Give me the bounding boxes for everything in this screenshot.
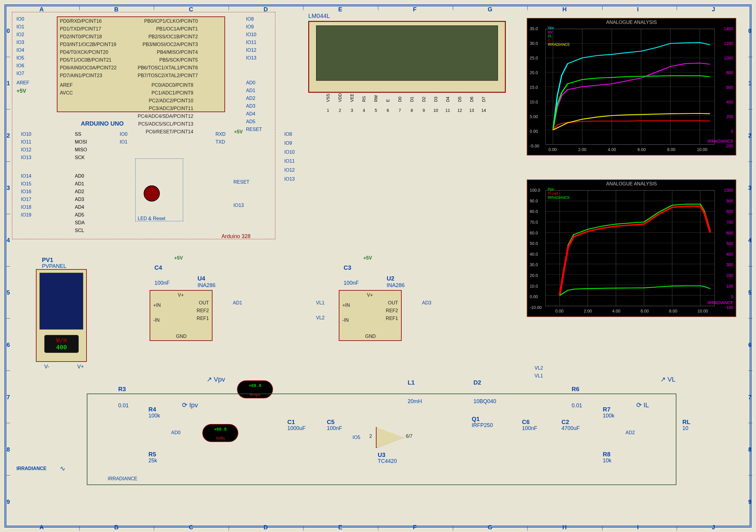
r6-name: R6	[572, 386, 580, 393]
u2-vl1: VL1	[316, 300, 324, 306]
pv-type: PVPANEL	[42, 263, 67, 269]
u4-gnd: GND	[176, 334, 187, 339]
c2-val: 4700uF	[561, 425, 580, 432]
ammeter[interactable]: +88.8 Amps	[237, 380, 273, 398]
led-reset-box	[135, 159, 183, 221]
spi-group: IO10SSIO11MOSIIO12MISOIO13SCK	[21, 132, 87, 163]
amps-label: Amps	[238, 390, 272, 399]
d2-val: 10BQ040	[473, 398, 496, 405]
aref-lbl: AREF	[16, 80, 29, 86]
lcd-screen	[316, 25, 498, 81]
col-label-A: A	[40, 524, 44, 531]
irradiance-gen-icon: ∿	[60, 465, 65, 472]
row-label-0: 0	[748, 28, 751, 35]
row-label-9: 9	[748, 498, 751, 505]
col-label-J: J	[712, 524, 715, 531]
u2-name: U2	[387, 275, 394, 282]
pv-name: PV1	[42, 257, 53, 264]
c4-val: 100nF	[154, 280, 170, 286]
l1-val: 20mH	[408, 398, 422, 405]
chart-top-plot	[545, 29, 715, 145]
u4-name: U4	[198, 275, 205, 282]
ipv-probe: ⟳ Ipv	[182, 401, 198, 409]
row-label-6: 6	[748, 342, 751, 348]
r7-val: 100k	[603, 413, 614, 419]
u2-ina286: V+ +IN -IN OUT REF2 REF1 GND	[339, 290, 402, 341]
pv-meter[interactable]: W/m 400	[44, 335, 79, 353]
r4-name: R4	[148, 406, 156, 413]
chart-bottom[interactable]: ANALOGUE ANALYSIS -10.000.0010.020.030.0…	[527, 179, 736, 317]
right-axis-label: IRRADIANCE	[708, 300, 733, 305]
arduino-title: ARDUINO UNO	[81, 120, 123, 127]
u4-out-net: AD1	[233, 300, 242, 306]
col-label-D: D	[264, 524, 268, 531]
chart-bottom-title: ANALOGUE ANALYSIS	[527, 180, 736, 187]
col-label-E: E	[338, 6, 342, 13]
chart-top[interactable]: ANALOGUE ANALYSIS -5.000.005.0010.015.02…	[527, 18, 736, 156]
col-label-F: F	[413, 524, 417, 531]
voltmeter[interactable]: +88.8 Volts	[202, 424, 238, 442]
col-label-J: J	[712, 6, 715, 13]
r7-name: R7	[603, 406, 610, 413]
ad0-net: AD0	[171, 430, 180, 435]
row-label-9: 9	[7, 498, 10, 505]
r8-name: R8	[603, 451, 610, 458]
d2-name: D2	[473, 379, 481, 386]
u2-out: OUT	[388, 300, 398, 306]
u2-out-net: AD3	[422, 300, 431, 306]
row-label-7: 7	[748, 394, 751, 401]
row-label-8: 8	[748, 446, 751, 453]
col-label-G: G	[488, 6, 492, 13]
top-rail	[87, 393, 676, 394]
u3-pin-out: 6/7	[406, 434, 413, 439]
row-label-1: 1	[7, 80, 10, 87]
u4-vplus: V+	[178, 292, 184, 298]
irradiance-gnd-label: IRRADIANCE	[108, 476, 137, 481]
reset-net: RESET	[233, 179, 249, 185]
c3-val: 100nF	[343, 280, 359, 286]
c1-val: 1000uF	[287, 425, 306, 432]
load-wire	[676, 393, 676, 484]
u2-ref1: REF1	[386, 316, 398, 321]
u2-inn: -IN	[342, 317, 349, 323]
row-label-4: 4	[748, 237, 751, 244]
row-label-2: 2	[748, 132, 751, 139]
rl-val: 10	[682, 425, 688, 432]
col-label-H: H	[562, 6, 567, 13]
r8-val: 10k	[603, 458, 611, 464]
r5-val: 25k	[148, 458, 157, 464]
u2-vl2: VL2	[316, 315, 324, 320]
right-axis-label: IRRADIANCE	[708, 139, 733, 143]
chart-legend: VpvIpvVLILIRRADIANCE	[548, 26, 570, 47]
u2-ref2: REF2	[386, 308, 398, 314]
lcd-pin-row: VSSVDDVEERSRWED0D1D2D3D4D5D6D7	[322, 93, 490, 99]
u3-pin-in: 2	[369, 434, 372, 439]
q1-name: Q1	[472, 416, 480, 422]
col-label-H: H	[562, 524, 567, 531]
pv-wm2-value: 400	[44, 343, 78, 351]
ad2-net: AD2	[626, 430, 635, 435]
lcd-pin-nums: 1234567891011121314	[322, 108, 490, 113]
u2-type: INA286	[387, 282, 405, 289]
arduino-frame-label: Arduino 328	[222, 233, 251, 240]
vl-probe: ↗ VL	[660, 376, 675, 383]
u2-gnd: GND	[365, 334, 376, 339]
chart-bottom-plot	[545, 190, 715, 306]
r5-name: R5	[148, 451, 156, 458]
pv-vplus: V+	[77, 364, 84, 370]
row-label-6: 6	[7, 342, 10, 348]
row-label-4: 4	[7, 237, 10, 244]
col-label-F: F	[413, 6, 417, 13]
u3-val: TC4420	[378, 458, 397, 465]
col-label-B: B	[114, 6, 118, 13]
row-label-1: 1	[748, 80, 751, 87]
u4-out: OUT	[199, 300, 209, 306]
q1-val: IRFP250	[472, 422, 493, 429]
row-label-5: 5	[7, 289, 10, 296]
irradiance-port: IRRADIANCE	[16, 466, 46, 471]
col-label-C: C	[189, 6, 193, 13]
vl2-net: VL2	[534, 366, 543, 371]
u4-inp: +IN	[153, 303, 161, 308]
col-label-A: A	[40, 6, 44, 13]
pv-wm2-label: W/m	[44, 337, 78, 343]
